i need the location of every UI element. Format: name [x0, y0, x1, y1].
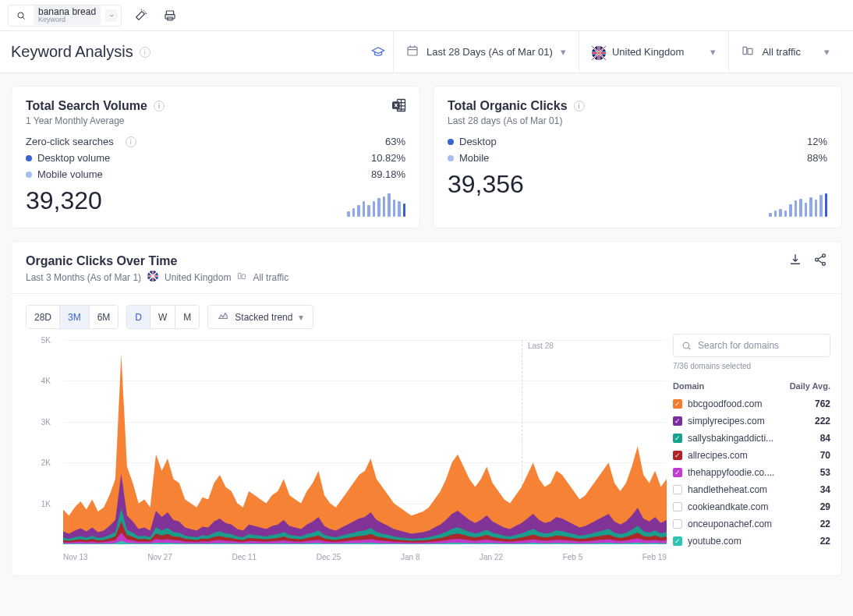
- domain-avg: 29: [820, 501, 830, 512]
- info-icon[interactable]: i: [126, 136, 136, 147]
- domain-search-input[interactable]: Search for domains: [673, 334, 830, 357]
- legend-header-avg: Daily Avg.: [790, 381, 830, 391]
- info-icon[interactable]: i: [574, 101, 585, 112]
- info-icon[interactable]: i: [140, 47, 150, 58]
- clicks-sparkline: [769, 193, 827, 217]
- printer-icon[interactable]: [159, 5, 181, 27]
- chevron-down-icon: ▾: [561, 46, 566, 58]
- topbar: banana bread Keyword: [0, 0, 853, 31]
- excel-export-icon[interactable]: [391, 97, 407, 116]
- metric-label: Desktop: [459, 136, 497, 147]
- education-link[interactable]: [359, 31, 393, 73]
- chart-plot-area[interactable]: 5K4K3K2K1K Last 28 Nov 13Nov 27Dec 11Dec…: [23, 334, 667, 568]
- time-range-segment: 28D3M6M: [26, 305, 119, 329]
- domain-checkbox[interactable]: [673, 502, 682, 512]
- x-tick: Nov 27: [147, 553, 172, 561]
- legend-header-domain: Domain: [673, 381, 704, 391]
- share-icon[interactable]: [813, 253, 827, 270]
- legend-row[interactable]: cookieandkate.com29: [673, 498, 830, 515]
- traffic-label: All traffic: [762, 46, 801, 58]
- card-subtitle: Last 28 days (As of Mar 01): [448, 115, 827, 126]
- domain-avg: 53: [820, 467, 830, 478]
- page-title: Keyword Analysis: [11, 43, 133, 61]
- chevron-down-icon: ▾: [824, 46, 830, 58]
- series-dot: [26, 172, 32, 178]
- domain-name: cookieandkate.com: [688, 501, 768, 512]
- legend-row[interactable]: onceuponachef.com22: [673, 515, 830, 533]
- chart-subtitle: Last 3 Months (As of Mar 1): [26, 272, 141, 283]
- chart-country: United Kingdom: [165, 272, 231, 283]
- date-range-selector[interactable]: Last 28 Days (As of Mar 01) ▾: [393, 31, 579, 73]
- organic-clicks-chart-card: Organic Clicks Over Time Last 3 Months (…: [11, 241, 842, 576]
- calendar-icon: [406, 44, 419, 59]
- card-subtitle: 1 Year Monthly Average: [26, 115, 405, 126]
- domain-avg: 22: [820, 536, 830, 547]
- magic-wand-icon[interactable]: [129, 5, 151, 27]
- domain-checkbox[interactable]: [673, 536, 682, 546]
- uk-flag-icon: [592, 46, 604, 58]
- domain-checkbox[interactable]: [673, 451, 682, 460]
- grain-button-w[interactable]: W: [150, 306, 175, 328]
- legend-row[interactable]: handletheheat.com34: [673, 481, 830, 498]
- metric-value: 12%: [807, 136, 827, 147]
- grain-button-d[interactable]: D: [127, 306, 150, 328]
- search-icon: [12, 11, 30, 20]
- traffic-icon: [237, 271, 246, 283]
- header: Keyword Analysis i Last 28 Days (As of M…: [0, 31, 853, 73]
- svg-rect-2: [166, 11, 173, 15]
- svg-point-0: [18, 12, 23, 18]
- card-title: Total Organic Clicks: [448, 99, 568, 113]
- series-dot: [448, 139, 454, 145]
- metric-value: 88%: [807, 152, 827, 164]
- domain-checkbox[interactable]: [673, 434, 682, 443]
- domain-name: bbcgoodfood.com: [688, 398, 762, 409]
- x-tick: Dec 11: [232, 553, 257, 561]
- country-selector[interactable]: United Kingdom ▾: [579, 31, 729, 73]
- legend-row[interactable]: sallysbakingaddicti...84: [673, 430, 830, 447]
- legend-row[interactable]: simplyrecipes.com222: [673, 412, 830, 430]
- metric-value: 89.18%: [371, 168, 405, 180]
- chart-title: Organic Clicks Over Time: [26, 254, 827, 268]
- domain-avg: 762: [815, 398, 830, 409]
- legend-row[interactable]: thehappyfoodie.co....53: [673, 464, 830, 481]
- trend-type-dropdown[interactable]: Stacked trend ▾: [207, 305, 313, 329]
- domain-checkbox[interactable]: [673, 519, 682, 529]
- svg-rect-20: [242, 274, 246, 279]
- info-icon[interactable]: i: [154, 101, 165, 112]
- domain-checkbox[interactable]: [673, 485, 682, 494]
- range-button-28d[interactable]: 28D: [27, 306, 60, 328]
- x-tick: Feb 19: [642, 553, 667, 561]
- grain-button-m[interactable]: M: [175, 306, 199, 328]
- traffic-selector[interactable]: All traffic ▾: [728, 31, 842, 73]
- metric-label: Zero-click searches: [26, 136, 114, 147]
- y-tick: 2K: [41, 458, 51, 467]
- metric-label: Mobile volume: [37, 168, 103, 180]
- chevron-down-icon: ▾: [299, 312, 303, 323]
- card-title: Total Search Volume: [26, 99, 147, 113]
- domain-checkbox[interactable]: [673, 468, 682, 477]
- domain-avg: 34: [820, 484, 830, 495]
- range-button-3m[interactable]: 3M: [60, 306, 90, 328]
- uk-flag-icon: [147, 271, 158, 284]
- range-button-6m[interactable]: 6M: [90, 306, 119, 328]
- domain-checkbox[interactable]: [673, 399, 682, 409]
- domains-selected-count: 7/36 domains selected: [673, 362, 830, 370]
- domain-avg: 222: [815, 416, 830, 427]
- domain-avg: 84: [820, 433, 830, 444]
- svg-rect-19: [239, 274, 242, 279]
- svg-line-27: [688, 347, 690, 349]
- domain-name: onceuponachef.com: [688, 519, 772, 529]
- legend-row[interactable]: bbcgoodfood.com762: [673, 395, 830, 412]
- metric-label: Mobile: [459, 152, 489, 164]
- legend-row[interactable]: youtube.com22: [673, 533, 830, 550]
- legend-row[interactable]: allrecipes.com70: [673, 447, 830, 464]
- total-organic-clicks-card: Total Organic Clicks i Last 28 days (As …: [433, 86, 842, 228]
- keyword-selector[interactable]: banana bread Keyword: [8, 5, 122, 27]
- svg-rect-10: [743, 47, 747, 54]
- domain-checkbox[interactable]: [673, 416, 682, 426]
- download-icon[interactable]: [788, 253, 802, 270]
- y-tick: 5K: [41, 336, 51, 345]
- country-label: United Kingdom: [612, 46, 685, 58]
- svg-line-25: [818, 260, 823, 264]
- x-tick: Nov 13: [63, 553, 88, 561]
